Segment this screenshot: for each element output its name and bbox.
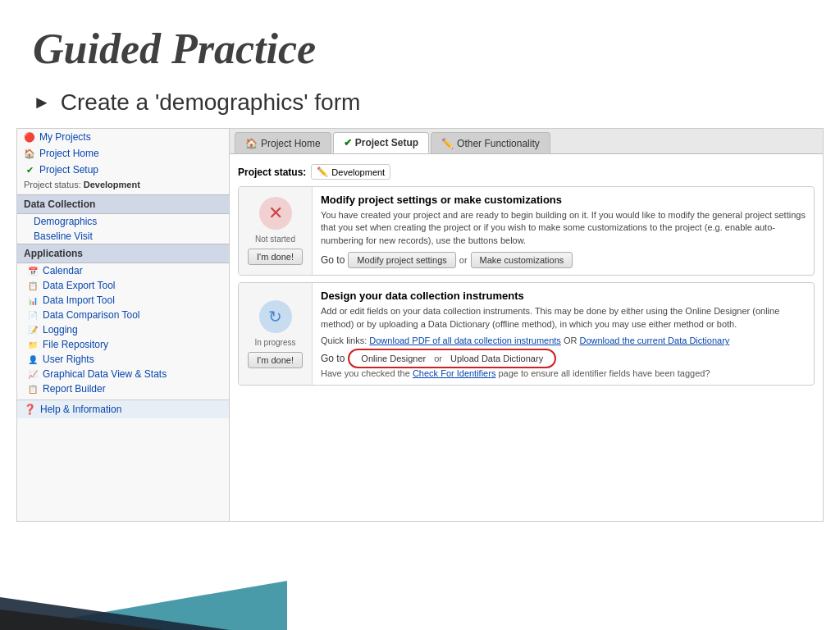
- modify-settings-desc: You have created your project and are re…: [321, 209, 806, 247]
- im-done-button-2[interactable]: I'm done!: [248, 352, 303, 368]
- sidebar-item-project-home[interactable]: 🏠 Project Home: [17, 145, 229, 162]
- design-instruments-section: ↻ In progress I'm done! Design your data…: [238, 282, 815, 386]
- dev-value: Development: [331, 167, 385, 177]
- calendar-icon: 📅: [27, 265, 39, 276]
- not-started-icon: ✕: [259, 197, 292, 230]
- design-instruments-actions: Go to Online Designer or Upload Data Dic…: [321, 349, 806, 368]
- im-done-button-1[interactable]: I'm done!: [248, 249, 303, 265]
- help-section[interactable]: ❓ Help & Information: [17, 399, 229, 418]
- modify-settings-body: Modify project settings or make customiz…: [313, 187, 814, 275]
- sidebar-item-baseline-visit[interactable]: Baseline Visit: [17, 229, 229, 244]
- sidebar-item-calendar[interactable]: 📅 Calendar: [17, 263, 229, 278]
- import-icon: 📊: [27, 294, 39, 306]
- in-progress-icon: ↻: [259, 300, 292, 333]
- logging-icon: 📝: [27, 324, 39, 336]
- sidebar-item-data-export[interactable]: 📋 Data Export Tool: [17, 278, 229, 293]
- home-icon: 🏠: [24, 148, 35, 159]
- bullet-text: Create a 'demographics' form: [61, 89, 361, 116]
- sidebar-item-project-setup[interactable]: ✔ Project Setup: [17, 162, 229, 178]
- checkmark-icon: ✔: [24, 164, 35, 176]
- quick-links: Quick links: Download PDF of all data co…: [321, 336, 806, 345]
- other-tab-icon: ✏️: [441, 138, 454, 149]
- not-started-status-col: ✕ Not started I'm done!: [239, 187, 313, 275]
- sidebar-item-user-rights[interactable]: 👤 User Rights: [17, 352, 229, 367]
- dev-badge: ✏️ Development: [311, 164, 390, 180]
- online-designer-button[interactable]: Online Designer: [356, 352, 431, 365]
- applications-header: Applications: [17, 244, 229, 263]
- make-customizations-button[interactable]: Make customizations: [471, 252, 573, 268]
- highlighted-actions: Online Designer or Upload Data Dictionar…: [348, 349, 556, 368]
- design-instruments-title: Design your data collection instruments: [321, 290, 806, 302]
- sidebar-item-label: Project Setup: [39, 164, 98, 176]
- help-icon: ❓: [24, 404, 36, 415]
- dev-icon: ✏️: [317, 167, 328, 177]
- go-to-label-2: Go to: [321, 353, 345, 364]
- sidebar-item-report-builder[interactable]: 📋 Report Builder: [17, 381, 229, 396]
- in-progress-label: In progress: [254, 338, 295, 347]
- sidebar: 🔴 My Projects 🏠 Project Home ✔ Project S…: [16, 128, 230, 522]
- bullet-arrow-icon: ►: [33, 92, 51, 113]
- bottom-decoration: [0, 532, 287, 630]
- slide-title: Guided Practice: [0, 0, 840, 81]
- project-status-line: Project status: Development: [17, 178, 229, 194]
- slide-container: Guided Practice ► Create a 'demographics…: [0, 0, 840, 630]
- help-label: Help & Information: [40, 404, 121, 415]
- sidebar-item-logging[interactable]: 📝 Logging: [17, 322, 229, 337]
- project-status-bar: Project status: ✏️ Development: [238, 161, 815, 186]
- sidebar-item-graphical-data[interactable]: 📈 Graphical Data View & Stats: [17, 367, 229, 381]
- content-area: 🔴 My Projects 🏠 Project Home ✔ Project S…: [16, 128, 824, 522]
- tab-other-functionality[interactable]: ✏️ Other Functionality: [431, 132, 550, 153]
- sidebar-item-data-comparison[interactable]: 📄 Data Comparison Tool: [17, 308, 229, 322]
- tab-project-home[interactable]: 🏠 Project Home: [235, 132, 331, 153]
- project-status-label: Project status:: [238, 167, 306, 178]
- sidebar-item-demographics[interactable]: Demographics: [17, 214, 229, 229]
- main-panel: 🏠 Project Home ✔ Project Setup ✏️ Other …: [230, 128, 824, 522]
- not-started-label: Not started: [255, 235, 295, 244]
- chart-icon: 📈: [27, 368, 39, 380]
- tab-project-setup[interactable]: ✔ Project Setup: [333, 132, 429, 153]
- modify-settings-title: Modify project settings or make customiz…: [321, 194, 806, 206]
- check-identifiers-link[interactable]: Check For Identifiers: [413, 368, 495, 378]
- go-to-label-1: Go to: [321, 254, 345, 266]
- or-label-1: or: [459, 255, 468, 265]
- panel-content: Project status: ✏️ Development ✕ Not sta…: [230, 154, 823, 399]
- sidebar-item-label: Project Home: [39, 148, 99, 159]
- red-dot-icon: 🔴: [24, 131, 35, 143]
- comparison-icon: 📄: [27, 309, 39, 321]
- check-line: Have you checked the Check For Identifie…: [321, 368, 806, 378]
- report-icon: 📋: [27, 383, 39, 395]
- sidebar-item-my-projects[interactable]: 🔴 My Projects: [17, 129, 229, 145]
- sidebar-item-file-repository[interactable]: 📁 File Repository: [17, 337, 229, 352]
- download-dict-link[interactable]: Download the current Data Dictionary: [580, 336, 730, 345]
- download-pdf-link[interactable]: Download PDF of all data collection inst…: [369, 336, 561, 345]
- data-collection-header: Data Collection: [17, 194, 229, 214]
- home-tab-icon: 🏠: [245, 138, 258, 149]
- user-icon: 👤: [27, 354, 39, 365]
- modify-settings-section: ✕ Not started I'm done! Modify project s…: [238, 186, 815, 276]
- slide-bullet: ► Create a 'demographics' form: [0, 81, 840, 128]
- sidebar-item-label: My Projects: [39, 131, 91, 143]
- design-instruments-desc: Add or edit fields on your data collecti…: [321, 305, 806, 331]
- file-repo-icon: 📁: [27, 339, 39, 350]
- modify-settings-actions: Go to Modify project settings or Make cu…: [321, 252, 806, 268]
- modify-project-settings-button[interactable]: Modify project settings: [348, 252, 455, 268]
- setup-tab-icon: ✔: [344, 137, 352, 148]
- tab-bar: 🏠 Project Home ✔ Project Setup ✏️ Other …: [230, 129, 823, 154]
- sidebar-item-data-import[interactable]: 📊 Data Import Tool: [17, 293, 229, 308]
- or-label-2: or: [434, 354, 442, 363]
- design-instruments-body: Design your data collection instruments …: [313, 283, 814, 385]
- upload-data-dict-button[interactable]: Upload Data Dictionary: [445, 352, 548, 365]
- in-progress-status-col: ↻ In progress I'm done!: [239, 283, 313, 385]
- export-icon: 📋: [27, 280, 39, 291]
